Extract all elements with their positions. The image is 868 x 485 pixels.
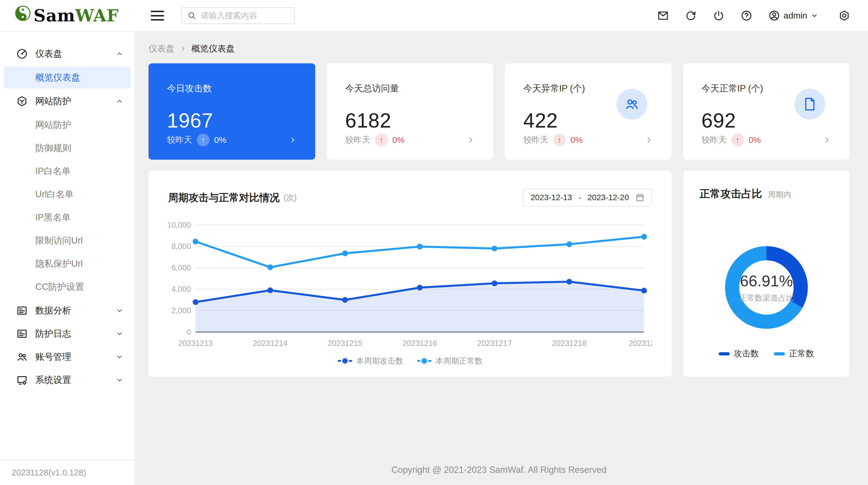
sidebar-subitem[interactable]: CC防护设置 — [4, 276, 130, 298]
settings-icon[interactable] — [838, 10, 850, 22]
sidebar-item[interactable]: 账号管理 — [0, 345, 134, 368]
legend-marker — [719, 352, 730, 355]
sidebar-item[interactable]: 防护日志 — [0, 322, 134, 345]
sidebar-item[interactable]: 网站防护 — [0, 90, 134, 113]
copyright-text: Copyright @ 2021-2023 SamWaf. All Rights… — [149, 453, 849, 475]
refresh-icon[interactable] — [685, 10, 696, 22]
main-content: 仪表盘 概览仪表盘 今日攻击数 1967 较昨天 ↑ 0% 今天总 — [134, 32, 868, 485]
hamburger-icon[interactable] — [151, 11, 164, 21]
legend-label: 正常数 — [789, 348, 814, 359]
svg-text:0: 0 — [187, 328, 191, 336]
chevron-right-icon — [179, 45, 187, 53]
breadcrumb-parent[interactable]: 仪表盘 — [149, 43, 175, 55]
sidebar-subitem[interactable]: 隐私保护Url — [4, 253, 130, 275]
svg-text:20231214: 20231214 — [253, 339, 288, 348]
stat-card-normal-ip: 今天正常IP (个) 692 较昨天 ↑ 0% — [683, 63, 850, 160]
top-header: SamWAF — [0, 0, 868, 32]
legend-marker — [774, 352, 785, 355]
legend-label: 本周期正常数 — [436, 356, 483, 366]
compare-label: 较昨天 — [167, 134, 192, 146]
global-search — [182, 7, 295, 24]
legend-item[interactable]: 攻击数 — [719, 348, 759, 359]
help-icon[interactable] — [741, 10, 752, 22]
sidebar-subitem[interactable]: IP黑名单 — [4, 206, 130, 228]
card-chevron-right-icon[interactable] — [645, 136, 653, 144]
card-footer: 较昨天 ↑ 0% — [702, 134, 831, 146]
sidebar-item-label: 数据分析 — [35, 304, 116, 317]
sidebar-subitem[interactable]: 限制访问Url — [4, 230, 130, 252]
sidebar-subitem[interactable]: 网站防护 — [4, 114, 130, 136]
chevron-down-icon — [116, 306, 124, 315]
trend-up-icon: ↑ — [375, 134, 388, 146]
svg-text:2,000: 2,000 — [172, 306, 191, 315]
chart-header: 周期攻击与正常对比情况 (次) 2023-12-13 - 2023-12-20 — [168, 189, 652, 206]
accounts-icon — [16, 351, 28, 363]
card-chevron-right-icon[interactable] — [288, 136, 297, 144]
compare-label: 较昨天 — [345, 134, 370, 146]
sidebar-item[interactable]: 系统设置 — [0, 368, 134, 392]
svg-text:20231217: 20231217 — [477, 339, 512, 348]
donut-header: 正常攻击占比 周期内 — [700, 187, 833, 201]
card-chevron-right-icon[interactable] — [823, 136, 831, 144]
mail-icon[interactable] — [657, 10, 669, 22]
sidebar-subitem[interactable]: 防御规则 — [4, 137, 130, 159]
brand-text: SamWAF — [34, 6, 119, 26]
file-icon — [802, 97, 817, 111]
chevron-down-icon — [116, 376, 124, 384]
svg-text:8,000: 8,000 — [172, 242, 191, 251]
search-input[interactable] — [200, 11, 305, 20]
search-icon — [187, 11, 196, 20]
svg-text:6,000: 6,000 — [172, 263, 191, 272]
sidebar: 仪表盘概览仪表盘网站防护网站防护防御规则IP白名单Url白名单IP黑名单限制访问… — [0, 32, 134, 485]
donut-title: 正常攻击占比 — [700, 187, 762, 201]
stat-card-abnormal-ip: 今天异常IP (个) 422 较昨天 ↑ 0% — [505, 63, 672, 160]
card-chevron-right-icon[interactable] — [467, 136, 475, 144]
line-chart-legend: 本周期攻击数本周期正常数 — [168, 356, 652, 366]
breadcrumb-current: 概览仪表盘 — [191, 43, 235, 55]
trend-percent: 0% — [393, 135, 405, 145]
compare-label: 较昨天 — [523, 134, 549, 146]
system-settings-icon — [16, 374, 28, 386]
stat-card-total-visits: 今天总访问量 6182 较昨天 ↑ 0% — [327, 63, 494, 160]
legend-item[interactable]: 正常数 — [774, 348, 814, 359]
version-text: 20231128(v1.0.128) — [0, 460, 134, 485]
breadcrumb: 仪表盘 概览仪表盘 — [149, 43, 849, 55]
sidebar-menu: 仪表盘概览仪表盘网站防护网站防护防御规则IP白名单Url白名单IP黑名单限制访问… — [0, 32, 134, 392]
admin-menu[interactable]: admin — [769, 10, 818, 22]
sidebar-item[interactable]: 仪表盘 — [0, 42, 134, 65]
sidebar-item-label: 系统设置 — [35, 374, 116, 386]
date-range-picker[interactable]: 2023-12-13 - 2023-12-20 — [523, 189, 652, 206]
donut-center: 66.91% 正常数渠道占比 — [725, 246, 808, 329]
protect-log-icon — [16, 328, 28, 340]
legend-item[interactable]: 本周期正常数 — [417, 356, 483, 366]
data-analysis-icon — [16, 305, 28, 316]
line-chart-card: 周期攻击与正常对比情况 (次) 2023-12-13 - 2023-12-20 … — [149, 171, 672, 377]
chevron-up-icon — [116, 97, 124, 105]
card-footer: 较昨天 ↑ 0% — [167, 134, 297, 146]
power-icon[interactable] — [713, 10, 724, 22]
legend-label: 本周期攻击数 — [356, 356, 403, 366]
sidebar-item[interactable]: 数据分析 — [0, 299, 134, 322]
donut-center-value: 66.91% — [740, 272, 793, 290]
legend-label: 攻击数 — [734, 348, 759, 359]
trend-percent: 0% — [749, 135, 761, 145]
donut-legend: 攻击数正常数 — [719, 348, 814, 359]
shield-icon — [16, 95, 28, 107]
legend-marker — [417, 360, 432, 362]
sidebar-subitem[interactable]: IP白名单 — [4, 160, 130, 182]
card-value: 6182 — [345, 109, 475, 132]
svg-text:2023121: 2023121 — [629, 339, 652, 348]
stat-card-attacks-today: 今日攻击数 1967 较昨天 ↑ 0% — [149, 63, 315, 160]
trend-percent: 0% — [570, 135, 583, 145]
brand-logo[interactable]: SamWAF — [0, 6, 134, 26]
trend-percent: 0% — [214, 135, 226, 145]
chart-unit: (次) — [284, 192, 297, 203]
sidebar-subitem[interactable]: Url白名单 — [4, 183, 130, 205]
chevron-down-icon — [116, 330, 124, 338]
date-from: 2023-12-13 — [530, 193, 572, 202]
svg-text:20231213: 20231213 — [178, 339, 213, 348]
legend-item[interactable]: 本周期攻击数 — [338, 356, 403, 366]
icon-bubble — [795, 89, 825, 120]
sidebar-subitem[interactable]: 概览仪表盘 — [4, 66, 130, 89]
svg-text:20231218: 20231218 — [552, 339, 587, 348]
